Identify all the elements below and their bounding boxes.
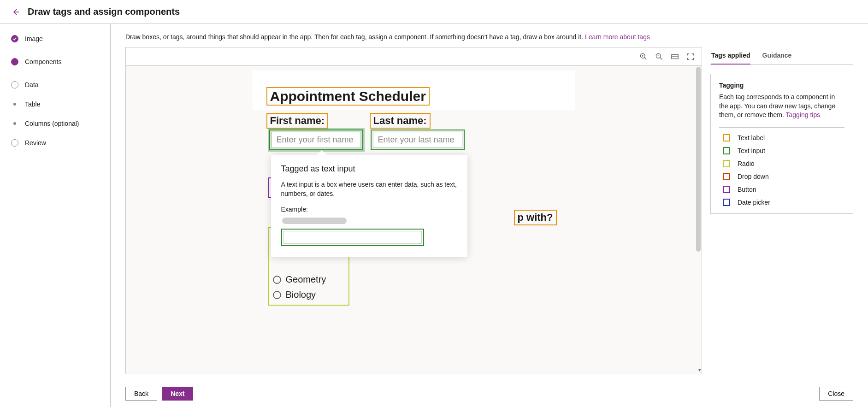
tag-firstname-label[interactable]: First name: [266,113,329,129]
step-label: Data [25,81,39,88]
step-subnode [13,103,16,106]
tagging-help-card: Tagging Each tag corresponds to a compon… [710,74,853,214]
placeholder-text: Enter your first name [272,132,361,148]
legend-label: Drop down [738,173,769,180]
canvas-scrollbar[interactable] [696,67,701,252]
step-label: Components [25,58,61,65]
step-subnode [13,122,16,125]
step-node [11,81,18,88]
radio-option[interactable]: Geometry [273,274,345,285]
legend-drop-down: Drop down [719,173,844,180]
page-title: Draw tags and assign components [28,6,180,17]
swatch-icon [723,134,730,142]
fit-screen-icon[interactable] [686,52,695,61]
legend-button: Button [719,186,844,193]
legend-label: Date picker [738,199,770,206]
step-image[interactable]: Image [11,35,106,42]
swatch-icon [723,173,730,180]
workspace: ▾ Appointment Scheduler First name: [125,47,853,374]
tag-legend: Text label Text input Radio [719,127,844,206]
footer-bar: Back Next Close [111,380,868,407]
side-panel: Tags applied Guidance Tagging Each tag c… [710,47,853,374]
label-text: p with? [518,212,553,223]
step-data[interactable]: Data [11,81,106,88]
example-text-input-inner [283,231,422,244]
canvas-viewport[interactable]: ▾ Appointment Scheduler First name: [126,66,702,374]
legend-label: Radio [738,160,755,167]
radio-label: Biology [286,289,316,300]
step-label: Columns (optional) [25,120,79,127]
callout-description: A text input is a box where users can en… [281,180,457,198]
example-text-input-tag [281,229,424,246]
scroll-down-icon[interactable]: ▾ [698,367,701,373]
legend-label: Button [738,186,756,193]
tab-tags-applied[interactable]: Tags applied [711,47,750,65]
fit-width-icon[interactable] [670,52,679,61]
tag-heading[interactable]: Appointment Scheduler [266,87,430,106]
step-label: Image [25,35,43,42]
step-review[interactable]: Review [11,139,106,147]
tagging-tips-link[interactable]: Tagging tips [785,111,820,118]
zoom-out-icon[interactable] [655,52,664,61]
body: Image Components Data Table Columns (opt… [0,24,868,407]
label-text: Last name: [373,115,427,126]
instruction-text: Draw boxes, or tags, around things that … [125,33,853,41]
swatch-icon [723,160,730,167]
swatch-icon [723,199,730,206]
radio-option[interactable]: Biology [273,289,345,300]
step-table[interactable]: Table [11,100,106,108]
zoom-in-icon[interactable] [639,52,648,61]
side-tabs: Tags applied Guidance [710,47,853,65]
check-icon [11,35,18,42]
callout-example-label: Example: [281,206,457,213]
tag-lastname-label[interactable]: Last name: [370,113,431,129]
step-label: Table [25,100,40,108]
legend-radio: Radio [719,160,844,167]
header-bar: Draw tags and assign components [0,0,868,24]
canvas-toolbar [126,47,702,66]
learn-more-link[interactable]: Learn more about tags [585,33,650,41]
legend-label: Text input [738,147,765,154]
label-text: First name: [270,115,325,126]
step-components[interactable]: Components [11,58,106,65]
canvas-frame: ▾ Appointment Scheduler First name: [125,47,702,374]
example-label-placeholder [282,218,347,224]
next-button[interactable]: Next [162,387,193,401]
left-step-nav: Image Components Data Table Columns (opt… [0,24,111,407]
callout-title: Tagged as text input [281,164,457,174]
step-connector [15,108,15,120]
step-node-current [11,58,18,65]
radio-icon [273,276,281,284]
main-panel: Draw boxes, or tags, around things that … [111,24,868,407]
tab-guidance[interactable]: Guidance [762,47,792,64]
radio-label: Geometry [286,274,326,285]
legend-text-input: Text input [719,147,844,154]
step-node [11,139,18,147]
card-title: Tagging [719,82,844,89]
step-connector [15,88,15,100]
callout-tooltip: Tagged as text input A text input is a b… [271,155,467,257]
instruction-body: Draw boxes, or tags, around things that … [125,33,585,41]
close-button[interactable]: Close [819,387,853,401]
step-connector [15,65,15,81]
step-columns[interactable]: Columns (optional) [11,120,106,127]
preview-sheet: Appointment Scheduler First name: Last n… [253,71,575,110]
placeholder-text: Enter your last name [373,132,462,148]
preview-heading-text: Appointment Scheduler [270,88,426,105]
legend-text-label: Text label [719,134,844,142]
legend-label: Text label [738,134,765,142]
step-connector [15,42,15,58]
back-button[interactable]: Back [125,387,157,401]
back-arrow-icon[interactable] [11,7,20,17]
swatch-icon [723,186,730,193]
step-label: Review [25,139,46,147]
tag-question-label[interactable]: p with? [514,210,557,225]
tag-firstname-input[interactable]: Enter your first name [269,130,363,150]
swatch-icon [723,147,730,154]
radio-icon [273,291,281,299]
legend-date-picker: Date picker [719,199,844,206]
tag-lastname-input[interactable]: Enter your last name [371,130,465,150]
step-connector [15,127,15,139]
